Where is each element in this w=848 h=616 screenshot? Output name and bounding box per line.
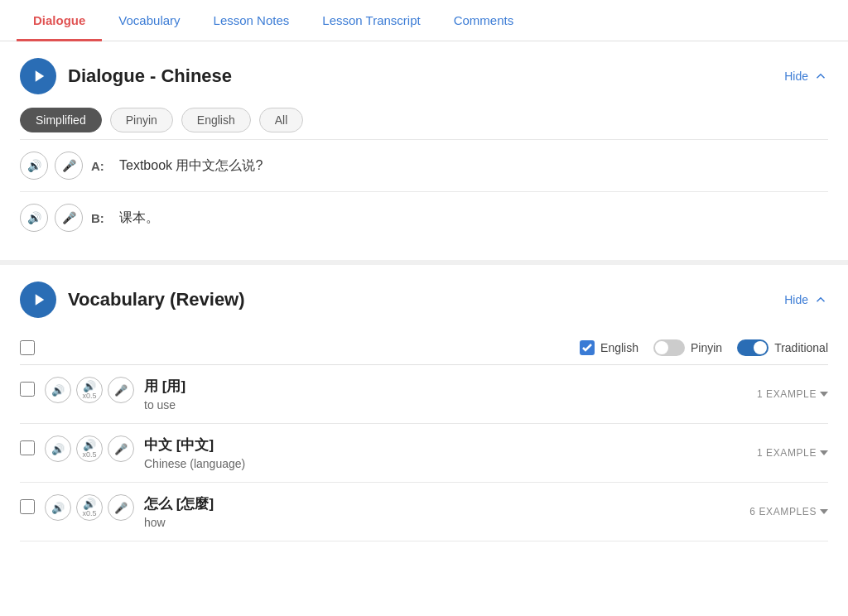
- dialogue-b-text: 课本。: [119, 209, 159, 227]
- pinyin-label: Pinyin: [691, 341, 722, 354]
- dialogue-filters: Simplified Pinyin English All: [20, 108, 828, 132]
- dialogue-hide-button[interactable]: Hide: [784, 69, 828, 84]
- tab-comments[interactable]: Comments: [437, 0, 531, 41]
- english-label: English: [600, 341, 638, 354]
- vocab-row-2-examples-btn[interactable]: 6 EXAMPLES: [749, 506, 828, 517]
- dialogue-a-label: A:: [91, 159, 111, 173]
- filter-pinyin[interactable]: Pinyin: [110, 108, 173, 132]
- svg-marker-1: [35, 294, 44, 306]
- vocab-row-1-speaker-icon[interactable]: 🔊: [45, 436, 71, 462]
- tab-lesson-notes[interactable]: Lesson Notes: [197, 0, 306, 41]
- tab-lesson-transcript[interactable]: Lesson Transcript: [306, 0, 436, 41]
- svg-marker-4: [820, 509, 828, 514]
- english-checkbox[interactable]: [580, 340, 595, 355]
- vocab-row-0-examples-btn[interactable]: 1 EXAMPLE: [757, 388, 828, 400]
- vocab-row-2: 🔊 🔊x0.5 🎤 怎么 [怎麼] how 6 EXAMPLES: [20, 483, 828, 541]
- vocabulary-title: Vocabulary (Review): [68, 289, 245, 310]
- traditional-label: Traditional: [774, 341, 828, 354]
- vocab-row-2-audio: 🔊 🔊x0.5 🎤: [45, 494, 134, 521]
- dialogue-section: Dialogue - Chinese Hide Simplified Pinyi…: [0, 41, 848, 265]
- vocab-row-2-meaning: how: [144, 516, 740, 529]
- tab-vocabulary[interactable]: Vocabulary: [102, 0, 196, 41]
- vocabulary-controls-row: English Pinyin Traditional: [20, 331, 828, 365]
- dialogue-b-audio: 🔊 🎤: [20, 204, 83, 232]
- vocab-row-2-speaker-icon[interactable]: 🔊: [45, 494, 71, 521]
- dialogue-a-audio: 🔊 🎤: [20, 152, 83, 180]
- vocab-row-0-content: 用 [用] to use: [144, 377, 747, 411]
- tabs-nav: Dialogue Vocabulary Lesson Notes Lesson …: [0, 0, 848, 41]
- vocabulary-title-group: Vocabulary (Review): [20, 282, 245, 318]
- toggle-controls: English Pinyin Traditional: [580, 339, 828, 356]
- vocab-row-1-checkbox[interactable]: [20, 440, 35, 455]
- pinyin-toggle-item: Pinyin: [653, 339, 722, 356]
- filter-english[interactable]: English: [181, 108, 251, 132]
- vocab-row-1-audio: 🔊 🔊x0.5 🎤: [45, 436, 134, 462]
- dialogue-play-button[interactable]: [20, 58, 56, 94]
- vocab-row-1-examples-btn[interactable]: 1 EXAMPLE: [757, 447, 828, 459]
- vocab-row-0-meaning: to use: [144, 398, 747, 411]
- vocabulary-play-button[interactable]: [20, 282, 56, 318]
- dialogue-header: Dialogue - Chinese Hide: [20, 58, 828, 94]
- dialogue-a-mic-icon[interactable]: 🎤: [55, 152, 83, 180]
- pinyin-toggle[interactable]: [653, 339, 685, 356]
- vocab-row-1-slow-icon[interactable]: 🔊x0.5: [76, 436, 103, 462]
- vocab-row-2-content: 怎么 [怎麼] how: [144, 494, 740, 529]
- vocabulary-header: Vocabulary (Review) Hide: [20, 282, 828, 318]
- filter-all[interactable]: All: [259, 108, 304, 132]
- vocabulary-hide-button[interactable]: Hide: [784, 292, 828, 307]
- vocab-row-0-audio: 🔊 🔊x0.5 🎤: [45, 377, 134, 403]
- dialogue-b-speaker-icon[interactable]: 🔊: [20, 204, 48, 232]
- vocab-row-0: 🔊 🔊x0.5 🎤 用 [用] to use 1 EXAMPLE: [20, 365, 828, 424]
- vocab-row-2-mic-icon[interactable]: 🎤: [108, 494, 134, 521]
- vocab-row-0-word: 用 [用]: [144, 377, 747, 396]
- dialogue-row-b: 🔊 🎤 B: 课本。: [20, 191, 828, 243]
- vocab-row-2-checkbox[interactable]: [20, 499, 35, 514]
- dialogue-rows: 🔊 🎤 A: Textbook 用中文怎么说? 🔊 🎤 B: 课本。: [20, 139, 828, 243]
- dialogue-b-label: B:: [91, 211, 111, 225]
- vocab-row-0-slow-icon[interactable]: 🔊x0.5: [76, 377, 103, 403]
- traditional-toggle[interactable]: [737, 339, 768, 356]
- vocab-row-1-mic-icon[interactable]: 🎤: [108, 436, 134, 462]
- vocab-row-1-meaning: Chinese (language): [144, 457, 747, 470]
- dialogue-title: Dialogue - Chinese: [68, 65, 232, 87]
- vocabulary-section: Vocabulary (Review) Hide English Pinyin: [0, 265, 848, 558]
- svg-marker-2: [820, 392, 828, 397]
- vocab-row-1: 🔊 🔊x0.5 🎤 中文 [中文] Chinese (language) 1 E…: [20, 424, 828, 483]
- vocab-row-0-checkbox[interactable]: [20, 382, 35, 397]
- dialogue-row-a: 🔊 🎤 A: Textbook 用中文怎么说?: [20, 139, 828, 191]
- vocab-row-0-mic-icon[interactable]: 🎤: [108, 377, 134, 403]
- svg-marker-0: [35, 70, 44, 82]
- dialogue-title-group: Dialogue - Chinese: [20, 58, 232, 94]
- english-toggle-item: English: [580, 340, 638, 355]
- traditional-toggle-item: Traditional: [737, 339, 828, 356]
- svg-marker-3: [820, 450, 828, 455]
- dialogue-a-text: Textbook 用中文怎么说?: [119, 157, 263, 175]
- vocab-row-1-content: 中文 [中文] Chinese (language): [144, 436, 747, 470]
- vocab-row-2-word: 怎么 [怎麼]: [144, 494, 740, 513]
- master-select-checkbox[interactable]: [20, 340, 35, 355]
- dialogue-b-mic-icon[interactable]: 🎤: [55, 204, 83, 232]
- vocab-row-1-word: 中文 [中文]: [144, 436, 747, 455]
- tab-dialogue[interactable]: Dialogue: [17, 0, 102, 41]
- dialogue-a-speaker-icon[interactable]: 🔊: [20, 152, 48, 180]
- vocab-row-2-slow-icon[interactable]: 🔊x0.5: [76, 494, 103, 521]
- vocab-row-0-speaker-icon[interactable]: 🔊: [45, 377, 71, 403]
- filter-simplified[interactable]: Simplified: [20, 108, 102, 132]
